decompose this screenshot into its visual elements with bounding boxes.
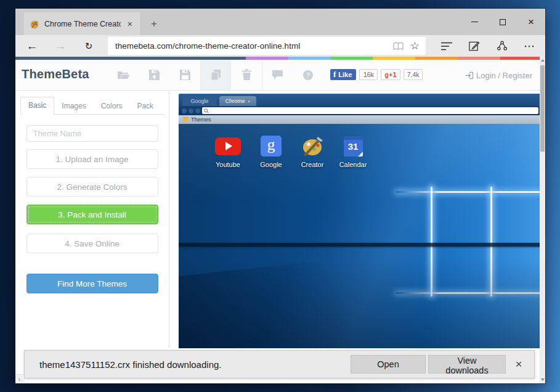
scrollbar-thumb[interactable] bbox=[540, 65, 545, 152]
google-icon: g bbox=[261, 136, 282, 157]
tab-basic[interactable]: Basic bbox=[20, 97, 54, 115]
site-header: ThemeBeta bbox=[15, 60, 540, 91]
generate-colors-button[interactable]: 2. Generate Colors bbox=[26, 177, 158, 197]
svg-text:?: ? bbox=[306, 71, 310, 79]
trash-icon[interactable] bbox=[231, 60, 262, 90]
facebook-like-label: Like bbox=[338, 71, 352, 78]
address-bar[interactable]: themebeta.com/chrome-theme-creator-onlin… bbox=[108, 37, 426, 55]
comment-icon[interactable] bbox=[262, 60, 293, 90]
reading-view-icon[interactable] bbox=[392, 41, 404, 51]
tab-colors[interactable]: Colors bbox=[94, 98, 130, 115]
preview-refresh-icon bbox=[195, 108, 200, 113]
calendar-icon: 31 bbox=[344, 136, 363, 157]
save-online-button[interactable]: 4. Save Online bbox=[26, 234, 158, 253]
bookmark-label: Themes bbox=[191, 116, 211, 123]
dismiss-download-icon[interactable]: × bbox=[508, 355, 529, 374]
search-icon bbox=[204, 108, 209, 113]
shortcut-calendar: 31 Calendar bbox=[331, 135, 375, 168]
preview-tab-chrome: Chrome × bbox=[219, 96, 256, 106]
theme-name-input[interactable] bbox=[26, 125, 158, 142]
google-plus-one-button[interactable]: g+1 bbox=[381, 69, 400, 80]
minimize-button[interactable] bbox=[460, 9, 489, 35]
preview-bookmarks-bar: Themes bbox=[179, 115, 541, 124]
url-text[interactable]: themebeta.com/chrome-theme-creator-onlin… bbox=[115, 41, 392, 51]
tab-title: Chrome Theme Creator bbox=[44, 20, 121, 28]
browser-tab[interactable]: Chrome Theme Creator × bbox=[24, 12, 140, 35]
login-label: Login / Register bbox=[476, 71, 532, 80]
tab-images[interactable]: Images bbox=[54, 98, 93, 115]
sidebar: Basic Images Colors Pack 1. Upload an Im… bbox=[15, 91, 169, 348]
like-count-badge: 16k bbox=[359, 69, 378, 80]
pack-install-button[interactable]: 3. Pack and Install bbox=[26, 205, 158, 224]
scroll-down-icon[interactable] bbox=[541, 378, 545, 381]
minimize-icon bbox=[471, 22, 478, 22]
site-favicon-palette-icon bbox=[30, 19, 39, 29]
social-buttons: f Like 16k g+1 7.4k bbox=[330, 69, 423, 80]
hub-icon[interactable] bbox=[432, 35, 460, 57]
help-icon[interactable]: ? bbox=[293, 60, 323, 90]
login-icon bbox=[465, 71, 474, 80]
preview-tab-close-icon: × bbox=[248, 99, 251, 104]
preview-back-icon bbox=[182, 108, 187, 113]
shortcut-google: g Google bbox=[249, 135, 293, 168]
refresh-button[interactable]: ↻ bbox=[77, 35, 100, 57]
maximize-icon bbox=[500, 19, 506, 25]
find-themes-button[interactable]: Find More Themes bbox=[26, 274, 158, 293]
open-button[interactable]: Open bbox=[351, 355, 426, 374]
sidebar-tabs: Basic Images Colors Pack bbox=[20, 97, 164, 115]
shortcut-youtube: Youtube bbox=[206, 135, 250, 168]
facebook-f-icon: f bbox=[333, 70, 336, 80]
copy-icon[interactable] bbox=[200, 60, 231, 90]
plus-one-count-badge: 7.4k bbox=[404, 69, 423, 80]
upload-image-button[interactable]: 1. Upload an Image bbox=[26, 149, 158, 169]
horizontal-scroll-left-button[interactable]: ‹ bbox=[15, 374, 23, 383]
preview-toolbar bbox=[179, 106, 541, 115]
more-options-icon[interactable]: ⋯ bbox=[516, 35, 543, 57]
load-theme-icon[interactable] bbox=[139, 60, 169, 90]
preview-omnibox bbox=[202, 107, 538, 114]
download-bar: theme1437511152.crx finished downloading… bbox=[24, 350, 535, 378]
back-button[interactable]: ← bbox=[20, 35, 44, 57]
theme-preview: Google Chrome × Themes bbox=[179, 94, 541, 348]
download-message: theme1437511152.crx finished downloading… bbox=[39, 359, 222, 370]
view-downloads-button[interactable]: View downloads bbox=[428, 355, 506, 374]
address-bar-row: ← → ↻ themebeta.com/chrome-theme-creator… bbox=[15, 35, 545, 57]
tab-bar: Chrome Theme Creator × + × bbox=[15, 9, 545, 35]
share-icon[interactable] bbox=[488, 35, 516, 57]
scroll-up-icon[interactable] bbox=[541, 59, 545, 62]
browser-window: Chrome Theme Creator × + × ← → ↻ themebe… bbox=[15, 9, 545, 383]
site-logo[interactable]: ThemeBeta bbox=[22, 67, 89, 81]
tab-close-icon[interactable]: × bbox=[126, 19, 134, 29]
shortcut-creator: Creator bbox=[290, 135, 335, 168]
preview-tab-strip: Google Chrome × bbox=[179, 94, 541, 106]
youtube-icon bbox=[215, 137, 241, 155]
favorites-star-icon[interactable]: ☆ bbox=[410, 39, 420, 52]
nav-right-icons: ⋯ bbox=[432, 35, 543, 57]
open-folder-icon[interactable] bbox=[108, 60, 139, 90]
vertical-scrollbar[interactable] bbox=[540, 57, 545, 383]
close-window-button[interactable]: × bbox=[517, 9, 545, 35]
preview-tab-google: Google bbox=[182, 96, 217, 106]
site-toolbar: ? bbox=[108, 60, 323, 90]
maximize-button[interactable] bbox=[489, 9, 517, 35]
new-tab-button[interactable]: + bbox=[142, 12, 166, 35]
tab-pack[interactable]: Pack bbox=[129, 98, 161, 115]
creator-palette-icon bbox=[301, 135, 324, 157]
preview-forward-icon bbox=[189, 108, 193, 113]
facebook-like-button[interactable]: f Like bbox=[330, 69, 356, 80]
save-icon[interactable] bbox=[169, 60, 200, 90]
window-controls: × bbox=[460, 9, 545, 35]
preview-desktop: Youtube g Google Creator 31 Calendar bbox=[179, 124, 541, 348]
webpage: ThemeBeta bbox=[15, 57, 545, 383]
web-note-icon[interactable] bbox=[460, 35, 488, 57]
login-register-link[interactable]: Login / Register bbox=[465, 71, 532, 80]
forward-button[interactable]: → bbox=[49, 35, 72, 57]
bookmark-folder-icon bbox=[183, 118, 189, 122]
